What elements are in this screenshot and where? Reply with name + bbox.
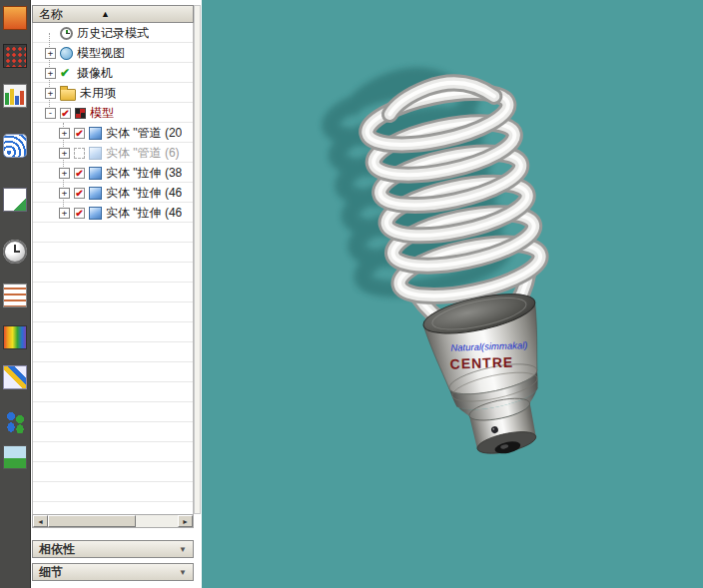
tree-vertical-scrollbar[interactable]	[194, 5, 201, 514]
expand-icon[interactable]: +	[59, 168, 70, 179]
rainbow-icon[interactable]	[3, 325, 27, 349]
left-toolbar	[0, 0, 31, 588]
expand-icon[interactable]: +	[59, 148, 70, 159]
tree-item-label: 实体 "管道 (20	[106, 125, 182, 142]
model-views-icon	[60, 47, 73, 60]
checkbox[interactable]: ✔	[60, 108, 71, 119]
image-icon[interactable]	[3, 445, 27, 469]
signal-icon[interactable]	[3, 134, 27, 158]
checkbox-unchecked[interactable]	[74, 148, 85, 159]
snap-grid-icon[interactable]	[3, 44, 27, 68]
notes-icon[interactable]	[3, 284, 27, 307]
tree-item-model[interactable]: - ✔ 模型	[33, 103, 193, 123]
bulb-base	[420, 287, 564, 465]
panel-dependencies-label: 相依性	[39, 541, 75, 558]
tree-column-header[interactable]: 名称 ▲	[32, 5, 194, 23]
checkbox[interactable]: ✔	[74, 168, 85, 179]
collapse-icon[interactable]: -	[45, 108, 56, 119]
tree-item-label: 模型视图	[77, 45, 125, 62]
solid-cube-icon	[89, 187, 102, 200]
spiral-tube	[360, 71, 545, 305]
tree-item-label: 实体 "管道 (6)	[106, 145, 180, 162]
tree-item-solid-pipe-2[interactable]: + 实体 "管道 (6)	[33, 143, 193, 163]
solid-cube-icon	[89, 167, 102, 180]
bulb-3d-render: Natural(simmakal) CENTRE	[202, 0, 703, 588]
tree-item-label: 摄像机	[77, 65, 113, 82]
3d-viewport[interactable]: Natural(simmakal) CENTRE	[202, 0, 703, 588]
panel-details[interactable]: 细节 ▼	[32, 563, 194, 581]
checkbox[interactable]: ✔	[74, 188, 85, 199]
scrollbar-thumb[interactable]	[48, 515, 136, 527]
checkbox[interactable]: ✔	[74, 208, 85, 219]
chart-icon[interactable]	[3, 84, 27, 108]
scroll-right-button[interactable]: ►	[178, 515, 193, 527]
draw-tools-icon[interactable]	[3, 365, 27, 389]
tree-item-label: 模型	[90, 105, 114, 122]
solid-cube-icon	[89, 147, 102, 160]
chevron-down-icon[interactable]: ▼	[179, 545, 187, 554]
tree-item-history-mode[interactable]: 历史记录模式	[33, 23, 193, 43]
tree-item-cameras[interactable]: + 摄像机	[33, 63, 193, 83]
model-tree[interactable]: 历史记录模式 + 模型视图 + 摄像机 + 未用项 - ✔ 模型 + ✔ 实体 …	[32, 23, 194, 514]
scrollbar-track[interactable]	[136, 515, 178, 527]
tree-item-solid-extrude-1[interactable]: + ✔ 实体 "拉伸 (38	[33, 163, 193, 183]
tree-item-solid-extrude-2[interactable]: + ✔ 实体 "拉伸 (46	[33, 183, 193, 203]
panel-dependencies[interactable]: 相依性 ▼	[32, 540, 194, 558]
chevron-down-icon[interactable]: ▼	[179, 568, 187, 577]
expand-icon[interactable]: +	[59, 208, 70, 219]
tree-item-solid-pipe-1[interactable]: + ✔ 实体 "管道 (20	[33, 123, 193, 143]
tree-item-model-views[interactable]: + 模型视图	[33, 43, 193, 63]
solid-cube-icon	[89, 127, 102, 140]
cad-application-window: 名称 ▲ 历史记录模式 + 模型视图 + 摄像机 + 未用项 - ✔ 模型	[0, 0, 703, 588]
tree-item-label: 未用项	[80, 85, 116, 102]
clock-icon[interactable]	[3, 240, 27, 264]
solid-cube-icon	[89, 207, 102, 220]
scroll-left-button[interactable]: ◄	[33, 515, 48, 527]
bulb-centre-text: CENTRE	[449, 354, 513, 372]
tree-horizontal-scrollbar[interactable]: ◄ ►	[32, 514, 194, 528]
sort-asc-icon[interactable]: ▲	[101, 9, 110, 19]
camera-check-icon	[60, 67, 73, 80]
folder-icon	[60, 89, 76, 101]
expander-spacer	[45, 28, 56, 39]
document-icon[interactable]	[3, 188, 27, 212]
expand-icon[interactable]: +	[45, 88, 56, 99]
model-icon	[75, 108, 86, 119]
layers-icon[interactable]	[3, 6, 27, 30]
tree-item-solid-extrude-3[interactable]: + ✔ 实体 "拉伸 (46	[33, 203, 193, 223]
expand-icon[interactable]: +	[59, 188, 70, 199]
tree-item-label: 实体 "拉伸 (38	[106, 165, 182, 182]
history-icon	[60, 27, 73, 40]
expand-icon[interactable]: +	[59, 128, 70, 139]
expand-icon[interactable]: +	[45, 68, 56, 79]
panel-details-label: 细节	[39, 564, 63, 581]
tree-item-unused[interactable]: + 未用项	[33, 83, 193, 103]
tree-item-label: 实体 "拉伸 (46	[106, 205, 182, 222]
expand-icon[interactable]: +	[45, 48, 56, 59]
tree-header-title: 名称	[39, 6, 63, 23]
tree-item-label: 实体 "拉伸 (46	[106, 185, 182, 202]
checkbox[interactable]: ✔	[74, 128, 85, 139]
tree-item-label: 历史记录模式	[77, 25, 149, 42]
people-icon[interactable]	[3, 409, 27, 433]
